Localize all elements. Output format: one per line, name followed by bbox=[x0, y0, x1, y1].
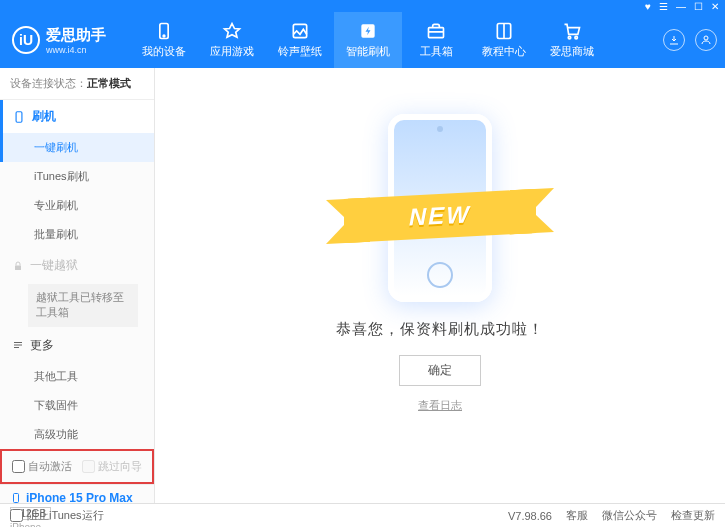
header: iU 爱思助手 www.i4.cn 我的设备 应用游戏 铃声壁纸 智能刷机 工具… bbox=[0, 12, 725, 68]
section-flash[interactable]: 刷机 bbox=[0, 100, 154, 133]
nav-label: 教程中心 bbox=[482, 44, 526, 59]
close-icon[interactable]: ✕ bbox=[711, 1, 719, 12]
logo-url: www.i4.cn bbox=[46, 45, 106, 55]
book-icon bbox=[494, 21, 514, 41]
auto-activate-checkbox[interactable]: 自动激活 bbox=[12, 459, 72, 474]
titlebar: ♥ ☰ — ☐ ✕ bbox=[0, 0, 725, 12]
user-icon bbox=[700, 34, 712, 46]
nav-label: 爱思商城 bbox=[550, 44, 594, 59]
nav-label: 工具箱 bbox=[420, 44, 453, 59]
sidebar-item-pro[interactable]: 专业刷机 bbox=[0, 191, 154, 220]
nav-toolbox[interactable]: 工具箱 bbox=[402, 12, 470, 68]
nav-label: 应用游戏 bbox=[210, 44, 254, 59]
section-jailbreak[interactable]: 一键越狱 bbox=[0, 249, 154, 282]
top-nav: 我的设备 应用游戏 铃声壁纸 智能刷机 工具箱 教程中心 爱思商城 bbox=[130, 12, 663, 68]
wechat-link[interactable]: 微信公众号 bbox=[602, 508, 657, 523]
nav-label: 智能刷机 bbox=[346, 44, 390, 59]
svg-rect-9 bbox=[15, 265, 21, 270]
sidebar: 设备连接状态：正常模式 刷机 一键刷机 iTunes刷机 专业刷机 批量刷机 一… bbox=[0, 68, 155, 503]
logo-title: 爱思助手 bbox=[46, 26, 106, 45]
options-box: 自动激活 跳过向导 bbox=[0, 449, 154, 484]
section-title: 刷机 bbox=[32, 108, 56, 125]
jailbreak-note: 越狱工具已转移至工具箱 bbox=[28, 284, 138, 327]
menu-icon[interactable]: ☰ bbox=[659, 1, 668, 12]
checkbox-label: 自动激活 bbox=[28, 459, 72, 474]
user-button[interactable] bbox=[695, 29, 717, 51]
success-illustration: NEW bbox=[360, 108, 520, 308]
svg-point-5 bbox=[568, 36, 571, 38]
header-actions bbox=[663, 29, 717, 51]
checkbox-label: 跳过向导 bbox=[98, 459, 142, 474]
status-value: 正常模式 bbox=[87, 77, 131, 89]
logo-icon: iU bbox=[12, 26, 40, 54]
list-icon bbox=[12, 339, 24, 351]
device-name-text: iPhone 15 Pro Max bbox=[26, 491, 133, 505]
minimize-icon[interactable]: — bbox=[676, 1, 686, 12]
check-update-link[interactable]: 检查更新 bbox=[671, 508, 715, 523]
nav-smart-flash[interactable]: 智能刷机 bbox=[334, 12, 402, 68]
lock-icon bbox=[12, 260, 24, 272]
toolbox-icon bbox=[426, 21, 446, 41]
main-panel: NEW 恭喜您，保资料刷机成功啦！ 确定 查看日志 bbox=[155, 68, 725, 503]
sidebar-item-other-tools[interactable]: 其他工具 bbox=[0, 362, 154, 391]
svg-point-1 bbox=[163, 35, 165, 37]
sidebar-item-oneclick[interactable]: 一键刷机 bbox=[0, 133, 154, 162]
section-more[interactable]: 更多 bbox=[0, 329, 154, 362]
nav-my-device[interactable]: 我的设备 bbox=[130, 12, 198, 68]
ok-button[interactable]: 确定 bbox=[399, 355, 481, 386]
gift-icon[interactable]: ♥ bbox=[645, 1, 651, 12]
sidebar-item-itunes[interactable]: iTunes刷机 bbox=[0, 162, 154, 191]
download-button[interactable] bbox=[663, 29, 685, 51]
logo: iU 爱思助手 www.i4.cn bbox=[12, 26, 106, 55]
sidebar-item-batch[interactable]: 批量刷机 bbox=[0, 220, 154, 249]
block-itunes-checkbox[interactable]: 阻止iTunes运行 bbox=[10, 508, 104, 523]
download-icon bbox=[668, 34, 680, 46]
nav-label: 我的设备 bbox=[142, 44, 186, 59]
nav-ringtone-wallpaper[interactable]: 铃声壁纸 bbox=[266, 12, 334, 68]
section-title: 更多 bbox=[30, 337, 54, 354]
sidebar-item-download-fw[interactable]: 下载固件 bbox=[0, 391, 154, 420]
device-name[interactable]: iPhone 15 Pro Max bbox=[10, 491, 144, 505]
success-message: 恭喜您，保资料刷机成功啦！ bbox=[336, 320, 544, 339]
svg-point-7 bbox=[704, 36, 708, 40]
phone-icon bbox=[10, 491, 22, 505]
version-label: V7.98.66 bbox=[508, 510, 552, 522]
svg-point-6 bbox=[575, 36, 578, 38]
phone-icon bbox=[154, 21, 174, 41]
sidebar-item-advanced[interactable]: 高级功能 bbox=[0, 420, 154, 449]
skip-setup-checkbox[interactable]: 跳过向导 bbox=[82, 459, 142, 474]
device-status: 设备连接状态：正常模式 bbox=[0, 68, 154, 100]
new-ribbon: NEW bbox=[344, 189, 536, 243]
customer-service-link[interactable]: 客服 bbox=[566, 508, 588, 523]
maximize-icon[interactable]: ☐ bbox=[694, 1, 703, 12]
nav-store[interactable]: 爱思商城 bbox=[538, 12, 606, 68]
phone-icon bbox=[12, 110, 26, 124]
cart-icon bbox=[562, 21, 582, 41]
section-title: 一键越狱 bbox=[30, 257, 78, 274]
nav-apps-games[interactable]: 应用游戏 bbox=[198, 12, 266, 68]
image-icon bbox=[290, 21, 310, 41]
flash-icon bbox=[358, 21, 378, 41]
checkbox-label: 阻止iTunes运行 bbox=[27, 508, 104, 523]
nav-tutorials[interactable]: 教程中心 bbox=[470, 12, 538, 68]
app-icon bbox=[222, 21, 242, 41]
svg-rect-8 bbox=[16, 111, 22, 122]
status-prefix: 设备连接状态： bbox=[10, 77, 87, 89]
svg-rect-10 bbox=[14, 493, 19, 502]
nav-label: 铃声壁纸 bbox=[278, 44, 322, 59]
view-log-link[interactable]: 查看日志 bbox=[418, 398, 462, 413]
